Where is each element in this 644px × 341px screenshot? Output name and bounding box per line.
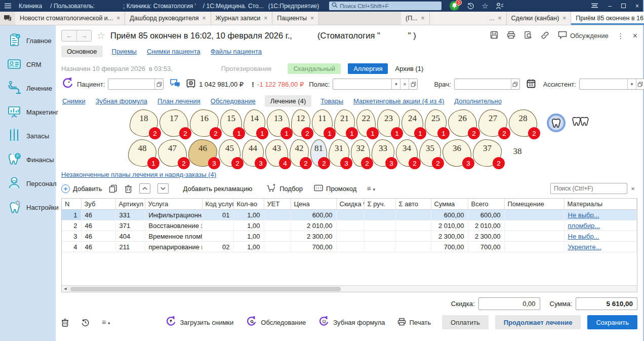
tab-close-icon[interactable]: ×: [310, 15, 314, 22]
archive-label[interactable]: Архив (1): [395, 65, 423, 72]
section-tab[interactable]: Снимки: [61, 96, 87, 106]
open-icon[interactable]: [409, 79, 417, 89]
tooth-33[interactable]: 333: [372, 139, 394, 167]
history-icon[interactable]: [81, 318, 90, 327]
tooth-28[interactable]: 282: [509, 109, 537, 137]
window-tab[interactable]: Журнал записи×: [211, 12, 273, 25]
tab-close-icon[interactable]: ×: [562, 15, 566, 22]
more-actions-icon[interactable]: ⋮: [617, 32, 624, 40]
save-button[interactable]: Сохранить: [587, 315, 637, 329]
assistant-input[interactable]: [580, 79, 627, 89]
clear-search-icon[interactable]: ×: [628, 183, 637, 194]
tab-close-icon[interactable]: ×: [116, 15, 120, 22]
tooth-16[interactable]: 162: [190, 109, 219, 137]
form-nav-tab[interactable]: Основное: [61, 46, 103, 57]
favorite-star-icon[interactable]: ☆: [97, 30, 105, 42]
column-header[interactable]: Σ руч.: [364, 199, 395, 210]
tab-close-icon[interactable]: ×: [498, 15, 502, 22]
sum-input[interactable]: 5 610,00: [576, 297, 637, 310]
tab-close-icon[interactable]: ×: [203, 15, 206, 22]
tooth-45[interactable]: 452: [219, 139, 240, 167]
footer-menu-button[interactable]: ≡ ▾: [102, 318, 110, 326]
material-link[interactable]: Не выбр...: [568, 211, 599, 219]
copy-row-button[interactable]: [109, 184, 117, 193]
add-button[interactable]: + Добавить: [61, 184, 102, 193]
calendar-icon[interactable]: [526, 79, 536, 90]
close-window-button[interactable]: ×: [635, 3, 639, 10]
form-nav-tab[interactable]: Снимки пациента: [146, 46, 202, 57]
column-header[interactable]: Артикул: [115, 199, 145, 210]
paired-teeth-view-icon[interactable]: [571, 116, 590, 130]
section-tab[interactable]: Зубная формула: [95, 96, 148, 106]
window-tab[interactable]: Приём 85 окончен в 16:02, 10 ...×: [571, 12, 644, 25]
table-search-input[interactable]: [550, 183, 627, 194]
patient-tag-scandal[interactable]: Скандальный: [288, 63, 341, 74]
tooth-22[interactable]: 221: [356, 109, 376, 137]
sidebar-item-финансы[interactable]: PФинансы: [0, 148, 56, 172]
tooth-15[interactable]: 151: [220, 109, 242, 137]
tooth-48[interactable]: 481: [128, 139, 156, 167]
section-tab[interactable]: Товары: [319, 96, 344, 106]
section-tab[interactable]: Маркетинговые акции (4 из 4): [352, 96, 445, 106]
open-icon[interactable]: [154, 79, 163, 89]
window-tab[interactable]: ...×: [430, 12, 507, 25]
column-header[interactable]: Цена: [291, 199, 336, 210]
tooth-26[interactable]: 262: [448, 109, 477, 137]
tooth-47[interactable]: 472: [158, 139, 187, 167]
tooth-35[interactable]: 352: [419, 139, 441, 167]
form-nav-tab[interactable]: Файлы пациента: [210, 46, 263, 57]
tooth-14[interactable]: 141: [244, 109, 265, 137]
service-row[interactable]: 346404Временное пломбир...1,002 300,002 …: [62, 231, 637, 242]
tooth-11[interactable]: 111: [312, 109, 333, 137]
sidebar-item-маркетинг[interactable]: Маркетинг: [0, 100, 56, 124]
history-icon[interactable]: [467, 2, 474, 10]
column-header[interactable]: Зуб: [81, 199, 115, 210]
sidebar-item-главное[interactable]: Главное: [0, 29, 56, 53]
notifications-button[interactable]: 1: [450, 1, 460, 11]
tooth-36[interactable]: 363: [442, 139, 471, 167]
section-tab[interactable]: План лечения: [156, 96, 202, 106]
close-form-icon[interactable]: ×: [633, 31, 637, 41]
discount-input[interactable]: 0,00: [478, 297, 540, 310]
column-header[interactable]: Σ авто: [395, 199, 431, 210]
column-header[interactable]: Код услуги: [202, 199, 233, 210]
pay-button[interactable]: Оплатить: [442, 315, 489, 329]
save-icon[interactable]: [490, 31, 498, 41]
policy-input[interactable]: [333, 79, 391, 89]
tooth-32[interactable]: 322: [351, 139, 370, 167]
forward-button[interactable]: →: [76, 30, 91, 41]
toolbar-menu-button[interactable]: ≡ ▾: [367, 184, 375, 193]
tooth-24[interactable]: 241: [401, 109, 423, 137]
tooth-23[interactable]: 231: [377, 109, 400, 137]
section-tab[interactable]: Дополнительно: [453, 96, 503, 106]
tooth-38[interactable]: 38: [503, 139, 532, 167]
favorites-star-icon[interactable]: ☆: [481, 2, 488, 11]
open-icon[interactable]: [636, 79, 644, 89]
tooth-44[interactable]: 443: [242, 139, 264, 167]
section-tab[interactable]: Лечение (4): [265, 95, 312, 107]
window-tab[interactable]: Пациенты×: [272, 12, 319, 25]
main-menu-icon[interactable]: [591, 3, 598, 10]
tooth-18[interactable]: 182: [130, 109, 158, 137]
doctor-input[interactable]: [455, 79, 511, 89]
material-link[interactable]: Не выбр...: [568, 233, 599, 240]
tooth-43[interactable]: 434: [265, 139, 288, 167]
window-tab[interactable]: (П...×: [401, 12, 430, 25]
tooth-46[interactable]: 463: [188, 139, 217, 167]
tab-close-icon[interactable]: ×: [264, 15, 267, 22]
tooth-17[interactable]: 172: [159, 109, 188, 137]
column-header[interactable]: Помещение: [504, 199, 564, 210]
load-images-button[interactable]: Загрузить снимки: [165, 316, 234, 329]
tooth-31[interactable]: 313: [329, 139, 349, 167]
column-header[interactable]: Скидка %: [336, 199, 364, 210]
chevron-down-icon[interactable]: ▾: [391, 79, 400, 89]
single-tooth-view-icon[interactable]: [547, 113, 566, 132]
link-icon[interactable]: [541, 31, 549, 41]
material-link[interactable]: Укрепите...: [568, 243, 601, 251]
scroll-left-icon[interactable]: ◀: [62, 286, 69, 292]
horizontal-scrollbar[interactable]: ◀: [62, 285, 637, 292]
delete-icon[interactable]: [61, 318, 69, 327]
column-header[interactable]: N: [62, 199, 81, 210]
tooth-37[interactable]: 372: [473, 139, 502, 167]
service-row[interactable]: 246371Восстановление зуб...1,002 010,002…: [62, 220, 637, 231]
